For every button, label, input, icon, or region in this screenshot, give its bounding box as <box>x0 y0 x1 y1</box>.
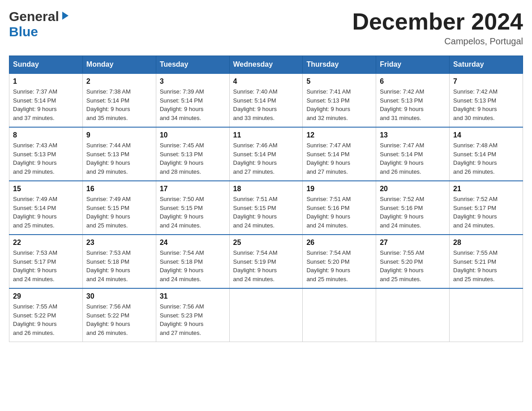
logo-arrow-icon <box>60 11 70 22</box>
day-number: 26 <box>306 239 372 247</box>
month-title: December 2024 <box>352 9 523 34</box>
calendar-cell: 17 Sunrise: 7:50 AM Sunset: 5:15 PM Dayl… <box>156 181 229 235</box>
day-number: 29 <box>13 292 79 300</box>
calendar-cell: 11 Sunrise: 7:46 AM Sunset: 5:14 PM Dayl… <box>229 127 303 181</box>
calendar-week-5: 29 Sunrise: 7:55 AM Sunset: 5:22 PM Dayl… <box>9 288 523 342</box>
calendar-cell: 10 Sunrise: 7:45 AM Sunset: 5:13 PM Dayl… <box>156 127 229 181</box>
day-number: 8 <box>13 131 79 139</box>
calendar-cell: 29 Sunrise: 7:55 AM Sunset: 5:22 PM Dayl… <box>9 288 83 342</box>
calendar-cell: 26 Sunrise: 7:54 AM Sunset: 5:20 PM Dayl… <box>303 235 376 288</box>
title-section: December 2024 Campelos, Portugal <box>352 9 523 47</box>
logo-blue-text: Blue <box>9 24 38 39</box>
column-header-saturday: Saturday <box>450 56 523 74</box>
column-header-friday: Friday <box>376 56 450 74</box>
column-header-thursday: Thursday <box>303 56 376 74</box>
calendar-week-2: 8 Sunrise: 7:43 AM Sunset: 5:13 PM Dayli… <box>9 127 523 181</box>
day-info: Sunrise: 7:40 AM Sunset: 5:14 PM Dayligh… <box>233 87 299 122</box>
day-number: 10 <box>160 131 226 139</box>
day-number: 27 <box>380 239 446 247</box>
day-number: 17 <box>160 185 226 193</box>
day-info: Sunrise: 7:45 AM Sunset: 5:13 PM Dayligh… <box>160 141 226 176</box>
day-info: Sunrise: 7:55 AM Sunset: 5:21 PM Dayligh… <box>453 248 519 283</box>
day-info: Sunrise: 7:44 AM Sunset: 5:13 PM Dayligh… <box>86 141 152 176</box>
day-info: Sunrise: 7:38 AM Sunset: 5:14 PM Dayligh… <box>86 87 152 122</box>
day-number: 19 <box>306 185 372 193</box>
calendar-cell: 21 Sunrise: 7:52 AM Sunset: 5:17 PM Dayl… <box>450 181 523 235</box>
calendar-cell <box>376 288 450 342</box>
calendar-week-3: 15 Sunrise: 7:49 AM Sunset: 5:14 PM Dayl… <box>9 181 523 235</box>
day-info: Sunrise: 7:43 AM Sunset: 5:13 PM Dayligh… <box>13 141 79 176</box>
day-info: Sunrise: 7:55 AM Sunset: 5:22 PM Dayligh… <box>13 302 79 337</box>
day-info: Sunrise: 7:42 AM Sunset: 5:13 PM Dayligh… <box>453 87 519 122</box>
day-number: 9 <box>86 131 152 139</box>
day-number: 14 <box>453 131 519 139</box>
column-header-tuesday: Tuesday <box>156 56 229 74</box>
calendar-cell: 20 Sunrise: 7:52 AM Sunset: 5:16 PM Dayl… <box>376 181 450 235</box>
column-header-sunday: Sunday <box>9 56 83 74</box>
calendar-cell: 24 Sunrise: 7:54 AM Sunset: 5:18 PM Dayl… <box>156 235 229 288</box>
day-info: Sunrise: 7:54 AM Sunset: 5:18 PM Dayligh… <box>160 248 226 283</box>
day-number: 31 <box>160 292 226 300</box>
day-number: 11 <box>233 131 299 139</box>
day-number: 12 <box>306 131 372 139</box>
day-number: 3 <box>160 77 226 86</box>
calendar-cell: 9 Sunrise: 7:44 AM Sunset: 5:13 PM Dayli… <box>82 127 156 181</box>
day-info: Sunrise: 7:51 AM Sunset: 5:15 PM Dayligh… <box>233 195 299 230</box>
location: Campelos, Portugal <box>352 36 523 47</box>
day-info: Sunrise: 7:37 AM Sunset: 5:14 PM Dayligh… <box>13 87 79 122</box>
calendar-table: SundayMondayTuesdayWednesdayThursdayFrid… <box>9 56 523 342</box>
logo-general-text: General <box>9 9 59 24</box>
day-number: 6 <box>380 77 446 86</box>
calendar-cell: 6 Sunrise: 7:42 AM Sunset: 5:13 PM Dayli… <box>376 73 450 127</box>
calendar-week-1: 1 Sunrise: 7:37 AM Sunset: 5:14 PM Dayli… <box>9 73 523 127</box>
calendar-cell <box>229 288 303 342</box>
calendar-cell <box>303 288 376 342</box>
calendar-cell: 14 Sunrise: 7:48 AM Sunset: 5:14 PM Dayl… <box>450 127 523 181</box>
day-info: Sunrise: 7:52 AM Sunset: 5:16 PM Dayligh… <box>380 195 446 230</box>
calendar-cell: 25 Sunrise: 7:54 AM Sunset: 5:19 PM Dayl… <box>229 235 303 288</box>
day-info: Sunrise: 7:54 AM Sunset: 5:19 PM Dayligh… <box>233 248 299 283</box>
calendar-cell: 5 Sunrise: 7:41 AM Sunset: 5:13 PM Dayli… <box>303 73 376 127</box>
day-number: 2 <box>86 77 152 86</box>
page-header: General Blue December 2024 Campelos, Por… <box>9 9 523 47</box>
calendar-cell: 7 Sunrise: 7:42 AM Sunset: 5:13 PM Dayli… <box>450 73 523 127</box>
calendar-cell: 8 Sunrise: 7:43 AM Sunset: 5:13 PM Dayli… <box>9 127 83 181</box>
svg-marker-0 <box>62 12 69 20</box>
day-info: Sunrise: 7:49 AM Sunset: 5:15 PM Dayligh… <box>86 195 152 230</box>
calendar-cell: 28 Sunrise: 7:55 AM Sunset: 5:21 PM Dayl… <box>450 235 523 288</box>
calendar-cell: 27 Sunrise: 7:55 AM Sunset: 5:20 PM Dayl… <box>376 235 450 288</box>
day-info: Sunrise: 7:53 AM Sunset: 5:17 PM Dayligh… <box>13 248 79 283</box>
day-number: 21 <box>453 185 519 193</box>
day-number: 18 <box>233 185 299 193</box>
calendar-cell: 3 Sunrise: 7:39 AM Sunset: 5:14 PM Dayli… <box>156 73 229 127</box>
day-info: Sunrise: 7:56 AM Sunset: 5:23 PM Dayligh… <box>160 302 226 337</box>
day-info: Sunrise: 7:39 AM Sunset: 5:14 PM Dayligh… <box>160 87 226 122</box>
calendar-cell: 31 Sunrise: 7:56 AM Sunset: 5:23 PM Dayl… <box>156 288 229 342</box>
day-info: Sunrise: 7:48 AM Sunset: 5:14 PM Dayligh… <box>453 141 519 176</box>
day-info: Sunrise: 7:54 AM Sunset: 5:20 PM Dayligh… <box>306 248 372 283</box>
calendar-cell: 13 Sunrise: 7:47 AM Sunset: 5:14 PM Dayl… <box>376 127 450 181</box>
day-info: Sunrise: 7:50 AM Sunset: 5:15 PM Dayligh… <box>160 195 226 230</box>
day-info: Sunrise: 7:49 AM Sunset: 5:14 PM Dayligh… <box>13 195 79 230</box>
day-info: Sunrise: 7:42 AM Sunset: 5:13 PM Dayligh… <box>380 87 446 122</box>
calendar-cell: 18 Sunrise: 7:51 AM Sunset: 5:15 PM Dayl… <box>229 181 303 235</box>
day-info: Sunrise: 7:53 AM Sunset: 5:18 PM Dayligh… <box>86 248 152 283</box>
day-number: 4 <box>233 77 299 86</box>
calendar-cell: 1 Sunrise: 7:37 AM Sunset: 5:14 PM Dayli… <box>9 73 83 127</box>
day-number: 23 <box>86 239 152 247</box>
calendar-cell: 2 Sunrise: 7:38 AM Sunset: 5:14 PM Dayli… <box>82 73 156 127</box>
calendar-week-4: 22 Sunrise: 7:53 AM Sunset: 5:17 PM Dayl… <box>9 235 523 288</box>
calendar-cell: 30 Sunrise: 7:56 AM Sunset: 5:22 PM Dayl… <box>82 288 156 342</box>
calendar-cell: 22 Sunrise: 7:53 AM Sunset: 5:17 PM Dayl… <box>9 235 83 288</box>
day-number: 5 <box>306 77 372 86</box>
calendar-cell: 16 Sunrise: 7:49 AM Sunset: 5:15 PM Dayl… <box>82 181 156 235</box>
calendar-cell: 12 Sunrise: 7:47 AM Sunset: 5:14 PM Dayl… <box>303 127 376 181</box>
calendar-cell: 15 Sunrise: 7:49 AM Sunset: 5:14 PM Dayl… <box>9 181 83 235</box>
day-info: Sunrise: 7:41 AM Sunset: 5:13 PM Dayligh… <box>306 87 372 122</box>
day-number: 22 <box>13 239 79 247</box>
day-number: 16 <box>86 185 152 193</box>
day-info: Sunrise: 7:47 AM Sunset: 5:14 PM Dayligh… <box>380 141 446 176</box>
column-header-wednesday: Wednesday <box>229 56 303 74</box>
calendar-cell <box>450 288 523 342</box>
day-number: 25 <box>233 239 299 247</box>
